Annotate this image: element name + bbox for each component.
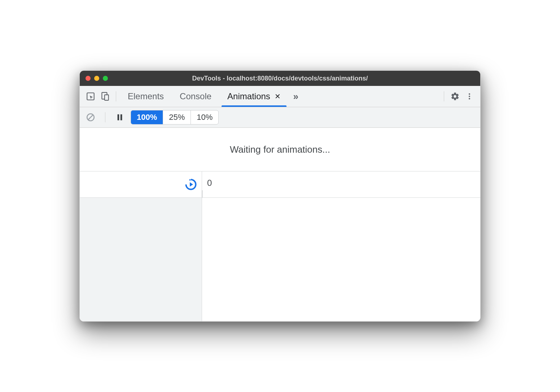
speed-10-button[interactable]: 10% [191, 110, 218, 124]
titlebar: DevTools - localhost:8080/docs/devtools/… [80, 71, 480, 86]
separator [444, 91, 444, 101]
tab-animations[interactable]: Animations ✕ [219, 86, 289, 107]
separator [116, 91, 116, 101]
svg-line-7 [88, 115, 93, 120]
kebab-menu-icon[interactable] [462, 89, 477, 104]
pause-icon[interactable] [113, 110, 127, 125]
svg-rect-2 [105, 95, 109, 100]
timeline-ruler[interactable]: 0 [202, 171, 480, 197]
window-controls [86, 76, 108, 81]
animations-toolbar: 100% 25% 10% [80, 107, 480, 128]
maximize-window-button[interactable] [103, 76, 108, 81]
speed-label: 25% [169, 113, 185, 122]
waiting-message: Waiting for animations... [80, 128, 480, 171]
speed-100-button[interactable]: 100% [131, 110, 163, 124]
speed-label: 100% [137, 113, 157, 122]
separator [105, 112, 105, 122]
tick-mark [202, 190, 202, 197]
tab-label: Elements [128, 91, 164, 101]
timeline-body [80, 198, 480, 321]
playback-speed-group: 100% 25% 10% [131, 110, 219, 125]
svg-rect-8 [118, 114, 119, 121]
more-tabs-icon[interactable]: » [289, 89, 303, 104]
main-tabstrip: Elements Console Animations ✕ » [80, 86, 480, 107]
svg-point-3 [469, 93, 470, 95]
svg-marker-10 [190, 182, 193, 187]
svg-rect-9 [121, 114, 122, 121]
close-window-button[interactable] [86, 76, 91, 81]
speed-25-button[interactable]: 25% [163, 110, 191, 124]
tab-label: Console [180, 91, 211, 101]
minimize-window-button[interactable] [94, 76, 99, 81]
svg-point-4 [469, 96, 470, 97]
settings-icon[interactable] [448, 89, 462, 104]
clear-icon[interactable] [83, 110, 98, 125]
devtools-window: DevTools - localhost:8080/docs/devtools/… [79, 70, 481, 322]
animation-list-panel [80, 198, 202, 321]
timeline-header: 0 [80, 171, 480, 198]
inspect-element-icon[interactable] [83, 89, 98, 104]
window-title: DevTools - localhost:8080/docs/devtools/… [80, 75, 480, 82]
tab-label: Animations [227, 91, 270, 101]
animation-tracks-panel[interactable] [202, 198, 480, 321]
speed-label: 10% [197, 113, 213, 122]
timeline-header-left [80, 171, 202, 197]
svg-point-5 [469, 98, 470, 99]
tab-elements[interactable]: Elements [120, 86, 172, 107]
device-toolbar-icon[interactable] [98, 89, 112, 104]
close-tab-icon[interactable]: ✕ [275, 92, 281, 101]
replay-icon[interactable] [184, 178, 197, 191]
tab-console[interactable]: Console [172, 86, 219, 107]
tick-label-zero: 0 [207, 178, 212, 188]
